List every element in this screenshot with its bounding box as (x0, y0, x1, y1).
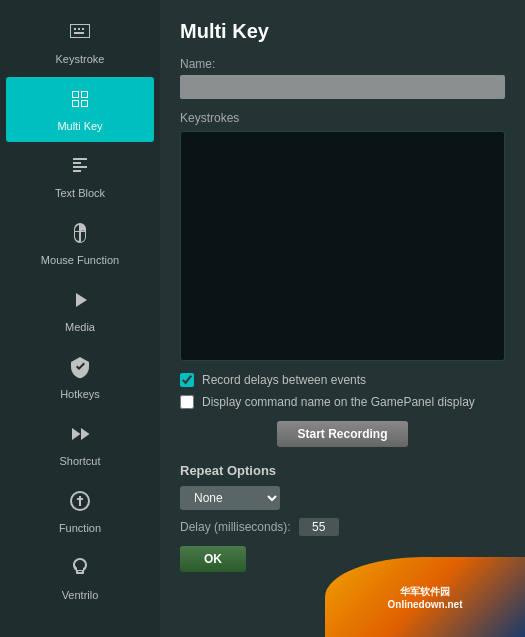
sidebar-label-text-block: Text Block (55, 187, 105, 199)
start-recording-button[interactable]: Start Recording (277, 421, 407, 447)
repeat-section: Repeat Options None Count While Held Tog… (180, 463, 505, 572)
main-content: Multi Key Name: Keystrokes Record delays… (160, 0, 525, 637)
record-delays-row[interactable]: Record delays between events (180, 373, 505, 387)
multi-key-icon (68, 87, 92, 115)
sidebar-label-hotkeys: Hotkeys (60, 388, 100, 400)
name-label: Name: (180, 57, 505, 71)
hotkeys-icon (68, 355, 92, 383)
sidebar-label-ventrilo: Ventrilo (62, 589, 99, 601)
sidebar-item-multi-key[interactable]: Multi Key (6, 77, 154, 142)
display-command-label: Display command name on the GamePanel di… (202, 395, 475, 409)
sidebar-label-function: Function (59, 522, 101, 534)
sidebar-label-media: Media (65, 321, 95, 333)
sidebar-item-text-block[interactable]: Text Block (6, 144, 154, 209)
keystrokes-section: Keystrokes (180, 111, 505, 361)
watermark: 华军软件园Onlinedown.net (325, 557, 525, 637)
sidebar-item-ventrilo[interactable]: Ventrilo (6, 546, 154, 611)
keystrokes-label: Keystrokes (180, 111, 505, 125)
delay-row: Delay (milliseconds): (180, 518, 505, 536)
display-command-checkbox[interactable] (180, 395, 194, 409)
ventrilo-icon (68, 556, 92, 584)
page-title: Multi Key (180, 20, 505, 43)
sidebar-item-media[interactable]: Media (6, 278, 154, 343)
delay-label: Delay (milliseconds): (180, 520, 291, 534)
mouse-icon (68, 221, 92, 249)
sidebar-label-shortcut: Shortcut (60, 455, 101, 467)
record-delays-checkbox[interactable] (180, 373, 194, 387)
repeat-title: Repeat Options (180, 463, 505, 478)
sidebar-item-mouse-function[interactable]: Mouse Function (6, 211, 154, 276)
options-section: Record delays between events Display com… (180, 373, 505, 447)
name-input[interactable] (180, 75, 505, 99)
sidebar-item-keystroke[interactable]: Keystroke (6, 10, 154, 75)
keyboard-icon (68, 20, 92, 48)
record-delays-label: Record delays between events (202, 373, 366, 387)
sidebar-label-mouse-function: Mouse Function (41, 254, 119, 266)
sidebar-item-shortcut[interactable]: Shortcut (6, 412, 154, 477)
text-block-icon (68, 154, 92, 182)
play-icon (68, 288, 92, 316)
delay-input[interactable] (299, 518, 339, 536)
keystrokes-area[interactable] (180, 131, 505, 361)
name-field-section: Name: (180, 57, 505, 99)
ok-button[interactable]: OK (180, 546, 246, 572)
shortcut-icon (68, 422, 92, 450)
sidebar-label-multi-key: Multi Key (57, 120, 102, 132)
sidebar-label-keystroke: Keystroke (56, 53, 105, 65)
function-icon (68, 489, 92, 517)
sidebar: Keystroke Multi Key Text Block Mouse Fun… (0, 0, 160, 637)
repeat-dropdown[interactable]: None Count While Held Toggle (180, 486, 280, 510)
display-command-row[interactable]: Display command name on the GamePanel di… (180, 395, 505, 409)
sidebar-item-hotkeys[interactable]: Hotkeys (6, 345, 154, 410)
sidebar-item-function[interactable]: Function (6, 479, 154, 544)
watermark-text: 华军软件园Onlinedown.net (388, 585, 463, 610)
